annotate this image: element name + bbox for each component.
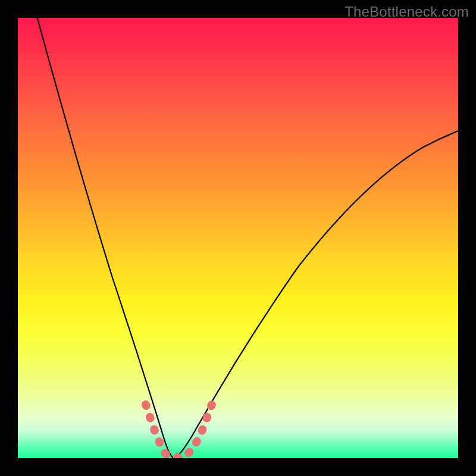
watermark-text: TheBottleneck.com xyxy=(345,4,469,20)
plot-area xyxy=(18,18,458,458)
right-curve xyxy=(174,131,458,458)
curve-group xyxy=(36,18,458,458)
curves-svg xyxy=(18,18,458,458)
left-curve xyxy=(36,18,174,458)
chart-frame: TheBottleneck.com xyxy=(0,0,476,476)
